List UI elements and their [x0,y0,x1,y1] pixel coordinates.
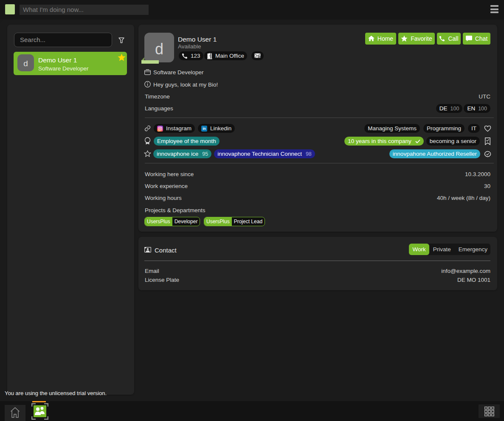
svg-text:@: @ [258,56,260,58]
svg-text:in: in [203,126,206,131]
